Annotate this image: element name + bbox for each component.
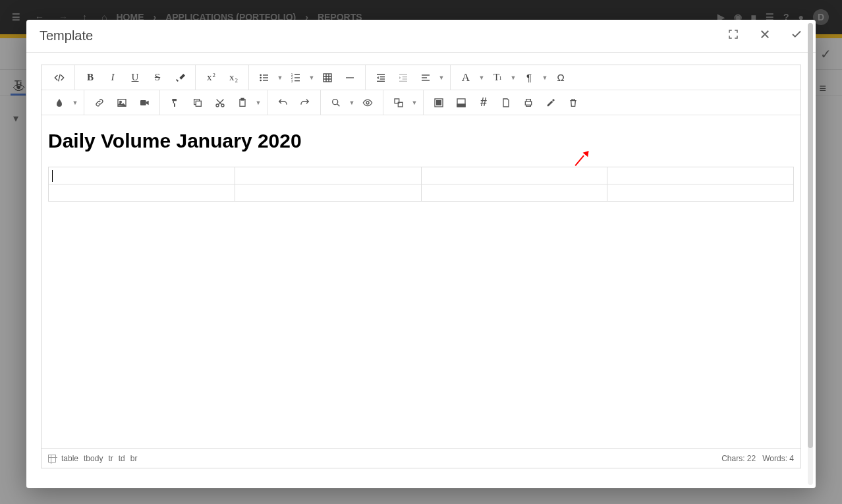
table-cell[interactable] — [421, 184, 607, 202]
format-painter-icon[interactable] — [164, 92, 186, 114]
svg-rect-37 — [437, 100, 441, 105]
editor: B I U S x2 x2 ▼ — [41, 65, 801, 468]
char-count: Chars: 22 — [721, 454, 756, 463]
search-caret[interactable]: ▼ — [347, 99, 356, 106]
highlight-icon[interactable] — [169, 67, 191, 89]
document-heading[interactable]: Daily Volume January 2020 — [48, 130, 794, 152]
paragraph-caret[interactable]: ▼ — [540, 74, 549, 81]
special-char-icon[interactable]: Ω — [549, 67, 572, 89]
underline-icon[interactable]: U — [124, 67, 146, 89]
modal-header: Template — [26, 20, 816, 53]
element-path: table tbody tr td br — [48, 454, 137, 463]
paragraph-icon[interactable]: ¶ — [518, 67, 540, 89]
svg-rect-39 — [457, 104, 465, 107]
svg-rect-31 — [241, 98, 244, 100]
table-cell[interactable] — [49, 167, 235, 184]
bullet-list-icon[interactable] — [253, 67, 275, 89]
svg-point-25 — [120, 101, 122, 103]
numbered-list-icon[interactable]: 123 — [285, 67, 307, 89]
svg-rect-19 — [403, 78, 407, 79]
svg-rect-13 — [377, 74, 385, 74]
svg-rect-17 — [399, 74, 407, 74]
svg-point-33 — [366, 101, 369, 104]
edit-pencil-icon[interactable] — [540, 92, 562, 114]
video-icon[interactable] — [133, 92, 155, 114]
paste-icon[interactable] — [231, 92, 254, 114]
object-icon[interactable] — [387, 92, 410, 114]
hr-icon[interactable] — [339, 67, 361, 89]
ink-color-icon[interactable] — [48, 92, 70, 114]
layout-1-icon[interactable] — [428, 92, 450, 114]
search-icon[interactable] — [325, 92, 347, 114]
preview-icon[interactable] — [356, 92, 379, 114]
object-caret[interactable]: ▼ — [410, 99, 419, 106]
svg-rect-5 — [263, 80, 268, 80]
confirm-icon[interactable] — [791, 28, 802, 43]
document-table[interactable] — [48, 167, 794, 202]
editor-content[interactable]: Daily Volume January 2020 — [42, 115, 800, 448]
path-tbody[interactable]: tbody — [84, 454, 103, 463]
path-tr[interactable]: tr — [108, 454, 113, 463]
font-family-icon[interactable]: A — [455, 67, 477, 89]
table-icon[interactable] — [316, 67, 339, 89]
ink-color-caret[interactable]: ▼ — [70, 99, 80, 106]
path-table[interactable]: table — [61, 454, 78, 463]
indent-icon — [392, 67, 414, 89]
font-family-caret[interactable]: ▼ — [477, 74, 486, 81]
subscript-icon[interactable]: x2 — [222, 67, 244, 89]
table-cell[interactable] — [49, 184, 235, 202]
svg-text:3: 3 — [291, 79, 293, 82]
undo-icon[interactable] — [271, 92, 294, 114]
layout-2-icon[interactable] — [450, 92, 472, 114]
svg-rect-26 — [140, 100, 146, 105]
svg-point-1 — [260, 76, 262, 78]
svg-rect-10 — [295, 77, 300, 78]
numbered-list-caret[interactable]: ▼ — [307, 74, 316, 81]
font-size-icon[interactable]: Tı — [486, 67, 509, 89]
svg-rect-23 — [422, 80, 430, 80]
svg-rect-20 — [399, 80, 407, 81]
svg-rect-12 — [323, 74, 331, 82]
hash-icon[interactable]: # — [472, 92, 495, 114]
paste-caret[interactable]: ▼ — [254, 99, 263, 106]
svg-rect-9 — [295, 74, 300, 74]
print-icon[interactable] — [517, 92, 540, 114]
modal-body: B I U S x2 x2 ▼ — [26, 53, 816, 488]
table-cell[interactable] — [421, 167, 607, 184]
table-row[interactable] — [49, 184, 794, 202]
bullet-list-caret[interactable]: ▼ — [275, 74, 285, 81]
toolbar-row-1: B I U S x2 x2 ▼ — [42, 65, 800, 90]
superscript-icon[interactable]: x2 — [200, 67, 222, 89]
svg-rect-3 — [263, 74, 268, 75]
page-icon — [495, 92, 517, 114]
modal-scrollbar[interactable] — [808, 23, 813, 485]
close-icon[interactable] — [759, 28, 771, 43]
svg-point-32 — [333, 99, 338, 104]
image-icon[interactable] — [111, 92, 133, 114]
svg-rect-16 — [377, 80, 385, 81]
path-td[interactable]: td — [119, 454, 125, 463]
fullscreen-icon[interactable] — [727, 28, 739, 43]
path-root-icon[interactable] — [48, 455, 56, 462]
link-icon[interactable] — [88, 92, 111, 114]
font-size-caret[interactable]: ▼ — [509, 74, 518, 81]
code-view-icon[interactable] — [48, 67, 70, 89]
scrollbar-thumb[interactable] — [808, 23, 813, 448]
svg-rect-27 — [196, 101, 201, 106]
svg-point-2 — [260, 79, 262, 81]
outdent-icon[interactable] — [370, 67, 392, 89]
table-cell[interactable] — [607, 167, 794, 184]
align-caret[interactable]: ▼ — [437, 74, 446, 81]
table-cell[interactable] — [235, 167, 421, 184]
bold-icon[interactable]: B — [79, 67, 101, 89]
path-br[interactable]: br — [130, 454, 138, 463]
editor-footer: table tbody tr td br Chars: 22 Words: 4 — [42, 448, 800, 468]
svg-rect-21 — [422, 74, 430, 75]
table-row[interactable] — [49, 167, 794, 184]
table-cell[interactable] — [235, 184, 421, 202]
italic-icon[interactable]: I — [101, 67, 124, 89]
table-cell[interactable] — [607, 184, 794, 202]
align-icon[interactable] — [414, 67, 437, 89]
svg-rect-40 — [525, 101, 531, 105]
strike-icon[interactable]: S — [146, 67, 169, 89]
